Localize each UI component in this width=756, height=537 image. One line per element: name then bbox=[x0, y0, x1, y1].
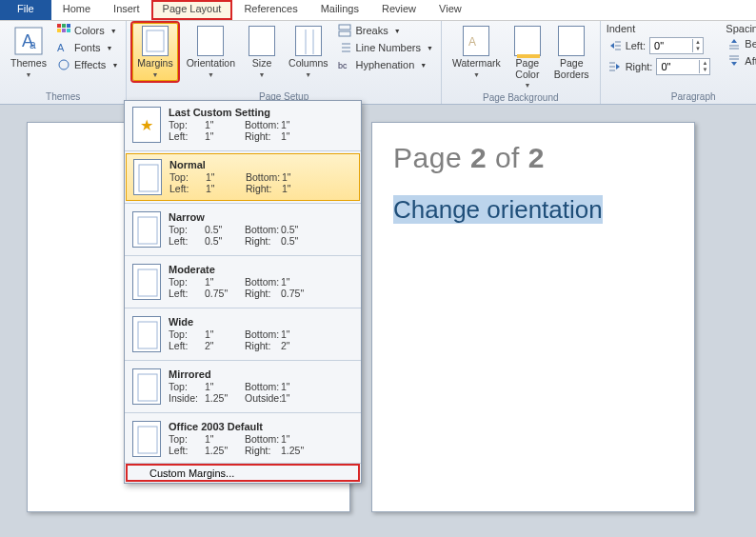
themes-button[interactable]: Aa Themes ▼ bbox=[6, 23, 51, 81]
group-page-setup: Margins ▼ Orientation ▼ Size ▼ Columns ▼… bbox=[127, 21, 442, 104]
margin-preset-office-2003-default[interactable]: Office 2003 DefaultTop:1"Bottom:1"Left:1… bbox=[125, 415, 361, 463]
margin-preset-moderate[interactable]: ModerateTop:1"Bottom:1"Left:0.75"Right:0… bbox=[125, 258, 361, 306]
line-numbers-button[interactable]: Line Numbers ▼ bbox=[336, 40, 434, 55]
tab-mailings[interactable]: Mailings bbox=[309, 0, 370, 20]
size-icon bbox=[249, 26, 275, 56]
group-themes-label: Themes bbox=[6, 90, 120, 104]
theme-colors[interactable]: Colors ▼ bbox=[55, 23, 120, 38]
margin-thumb-icon bbox=[132, 211, 161, 248]
svg-text:A: A bbox=[57, 42, 65, 53]
columns-button[interactable]: Columns ▼ bbox=[284, 23, 332, 81]
chevron-down-icon: ▼ bbox=[305, 71, 311, 78]
orientation-icon bbox=[197, 26, 224, 56]
watermark-icon: A bbox=[463, 26, 489, 56]
theme-fonts[interactable]: AFonts ▼ bbox=[55, 40, 120, 55]
size-button[interactable]: Size ▼ bbox=[244, 23, 280, 81]
margin-preset-mirrored[interactable]: MirroredTop:1"Bottom:1"Inside:1.25"Outsi… bbox=[125, 363, 361, 410]
tab-page-layout[interactable]: Page Layout bbox=[151, 0, 233, 20]
margin-preset-narrow[interactable]: NarrowTop:0.5"Bottom:0.5"Left:0.5"Right:… bbox=[125, 206, 361, 253]
spin-up-icon[interactable]: ▲ bbox=[693, 39, 703, 46]
fonts-icon: A bbox=[57, 41, 70, 54]
tab-strip: File Home Insert Page Layout References … bbox=[0, 0, 756, 21]
margins-dropdown: Last Custom SettingTop:1"Bottom:1"Left:1… bbox=[124, 100, 362, 484]
indent-left-input[interactable]: ▲▼ bbox=[649, 37, 704, 54]
tab-review[interactable]: Review bbox=[370, 0, 428, 20]
margins-icon bbox=[142, 26, 169, 56]
group-page-background: A Watermark ▼ PageColor ▼ PageBorders Pa… bbox=[442, 21, 601, 104]
page-2[interactable]: Page 2 of 2 Change orientation bbox=[371, 122, 695, 512]
svg-text:A: A bbox=[468, 35, 476, 49]
breaks-button[interactable]: Breaks ▼ bbox=[336, 23, 434, 38]
margins-label: Margins bbox=[137, 58, 172, 70]
chevron-down-icon: ▼ bbox=[26, 71, 32, 78]
page-color-button[interactable]: PageColor ▼ bbox=[509, 23, 546, 91]
watermark-label: Watermark bbox=[452, 58, 501, 70]
page-borders-button[interactable]: PageBorders bbox=[549, 23, 594, 83]
chevron-down-icon: ▼ bbox=[106, 45, 112, 51]
indent-right-icon bbox=[608, 60, 622, 73]
spacing-header: Spacing bbox=[726, 23, 756, 34]
group-page-bg-label: Page Background bbox=[448, 91, 594, 105]
document-area: 2 Page 2 of 2 Change orientation bbox=[0, 105, 756, 537]
tab-references[interactable]: References bbox=[232, 0, 308, 20]
svg-rect-6 bbox=[57, 29, 61, 32]
preset-name: Last Custom Setting bbox=[169, 107, 353, 118]
margin-preset-last-custom-setting[interactable]: Last Custom SettingTop:1"Bottom:1"Left:1… bbox=[125, 101, 361, 149]
preset-name: Office 2003 Default bbox=[169, 421, 353, 432]
breaks-icon bbox=[338, 24, 351, 37]
svg-rect-14 bbox=[339, 25, 350, 30]
page-2-body[interactable]: Change orientation bbox=[393, 191, 673, 229]
margin-thumb-icon bbox=[133, 159, 162, 195]
margin-thumb-icon bbox=[132, 316, 161, 352]
columns-label: Columns bbox=[288, 58, 328, 70]
tab-home[interactable]: Home bbox=[51, 0, 102, 20]
preset-name: Wide bbox=[169, 316, 353, 328]
spin-down-icon[interactable]: ▼ bbox=[693, 46, 703, 52]
margin-preset-wide[interactable]: WideTop:1"Bottom:1"Left:2"Right:2" bbox=[125, 310, 361, 358]
spacing-before-icon bbox=[727, 37, 741, 50]
themes-icon: Aa bbox=[13, 26, 44, 56]
group-themes: Aa Themes ▼ Colors ▼ AFonts ▼ Effects ▼ … bbox=[0, 21, 127, 104]
spin-down-icon[interactable]: ▼ bbox=[700, 67, 709, 73]
indent-left-row: Left: ▲▼ bbox=[607, 36, 713, 55]
indent-right-input[interactable]: ▲▼ bbox=[656, 58, 710, 75]
theme-effects[interactable]: Effects ▼ bbox=[55, 57, 120, 72]
chevron-down-icon: ▼ bbox=[427, 45, 433, 51]
orientation-button[interactable]: Orientation ▼ bbox=[182, 23, 240, 81]
indent-right-row: Right: ▲▼ bbox=[607, 57, 713, 76]
tab-view[interactable]: View bbox=[428, 0, 473, 20]
svg-rect-31 bbox=[139, 165, 158, 191]
chevron-down-icon: ▼ bbox=[394, 28, 401, 34]
margin-preset-normal[interactable]: NormalTop:1"Bottom:1"Left:1"Right:1" bbox=[126, 153, 360, 201]
svg-rect-3 bbox=[57, 24, 61, 28]
svg-text:bc: bc bbox=[338, 61, 348, 70]
tab-file[interactable]: File bbox=[0, 0, 51, 20]
spin-up-icon[interactable]: ▲ bbox=[700, 60, 709, 67]
themes-label: Themes bbox=[10, 58, 47, 70]
page-color-icon bbox=[514, 26, 541, 56]
chevron-down-icon: ▼ bbox=[473, 71, 480, 78]
svg-rect-11 bbox=[147, 30, 164, 51]
size-label: Size bbox=[252, 58, 271, 70]
indent-header: Indent bbox=[607, 23, 713, 34]
svg-rect-33 bbox=[138, 269, 157, 296]
svg-rect-5 bbox=[67, 24, 70, 28]
group-paragraph-label: Paragraph bbox=[607, 90, 756, 104]
group-paragraph: Indent Left: ▲▼ Right: ▲▼ Spacing Before… bbox=[601, 21, 756, 104]
colors-icon bbox=[57, 24, 70, 37]
preset-name: Mirrored bbox=[169, 368, 353, 380]
margin-thumb-icon bbox=[132, 107, 161, 143]
preset-name: Normal bbox=[169, 159, 352, 170]
hyphenation-button[interactable]: bcHyphenation ▼ bbox=[336, 57, 434, 72]
svg-rect-36 bbox=[138, 427, 157, 453]
chevron-down-icon: ▼ bbox=[524, 82, 530, 89]
watermark-button[interactable]: A Watermark ▼ bbox=[448, 23, 506, 81]
custom-margins-button[interactable]: Custom Margins... bbox=[125, 463, 361, 483]
margins-button[interactable]: Margins ▼ bbox=[132, 23, 177, 81]
svg-rect-15 bbox=[339, 31, 350, 36]
chevron-down-icon: ▼ bbox=[420, 62, 427, 69]
spacing-before-row: Before: bbox=[726, 36, 756, 51]
tab-insert[interactable]: Insert bbox=[102, 0, 151, 20]
chevron-down-icon: ▼ bbox=[111, 62, 118, 69]
chevron-down-icon: ▼ bbox=[208, 71, 214, 78]
